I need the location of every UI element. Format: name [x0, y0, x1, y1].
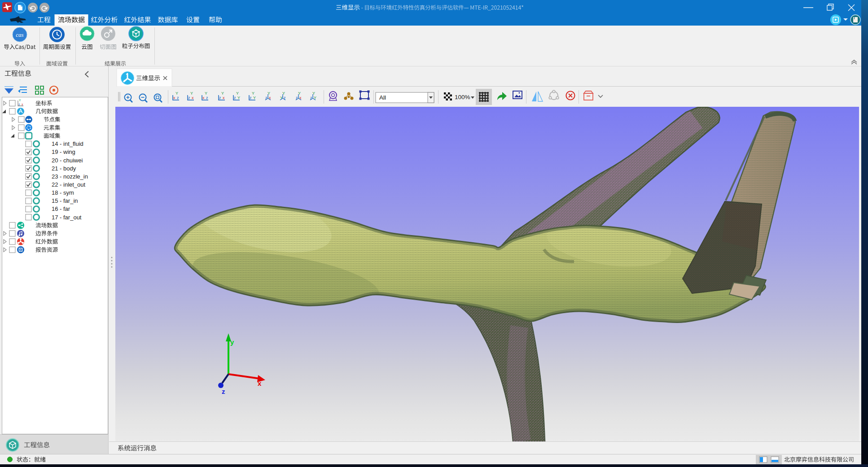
- svg-text:21 - body: 21 - body: [52, 165, 76, 172]
- svg-text:x: x: [202, 96, 205, 100]
- svg-text:Y: Y: [205, 91, 207, 96]
- svg-text:Y: Y: [190, 91, 193, 96]
- svg-text:Y: Y: [237, 96, 240, 100]
- svg-text:y: y: [230, 338, 234, 346]
- svg-text:23 - nozzle_in: 23 - nozzle_in: [52, 173, 88, 180]
- svg-text:15 - far_in: 15 - far_in: [52, 197, 78, 204]
- svg-text:Y: Y: [221, 91, 224, 96]
- svg-text:z: z: [234, 96, 236, 100]
- svg-text:z: z: [222, 388, 225, 395]
- svg-text:Y: Y: [253, 96, 256, 100]
- svg-text:x: x: [258, 380, 262, 387]
- svg-text:16 - far: 16 - far: [52, 205, 70, 212]
- svg-text:cas: cas: [16, 31, 23, 38]
- svg-text:22 - inlet_out: 22 - inlet_out: [52, 181, 86, 188]
- svg-text:Y: Y: [236, 91, 239, 96]
- svg-text:Y: Y: [252, 91, 254, 96]
- svg-text:x: x: [223, 96, 225, 100]
- svg-text:z: z: [250, 96, 252, 100]
- svg-text:17 - far_out: 17 - far_out: [52, 214, 82, 221]
- svg-text:14 - int_fluid: 14 - int_fluid: [52, 140, 83, 147]
- svg-text:x: x: [173, 96, 175, 100]
- svg-text:z: z: [219, 96, 221, 100]
- svg-text:Y: Y: [19, 99, 21, 102]
- svg-text:18 - sym: 18 - sym: [52, 189, 74, 196]
- svg-text:z: z: [188, 96, 190, 100]
- svg-text:All: All: [379, 94, 386, 101]
- svg-text:z: z: [206, 96, 208, 100]
- svg-text:20 - chuiwei: 20 - chuiwei: [52, 157, 83, 164]
- svg-text:Y: Y: [175, 91, 178, 96]
- svg-text:x: x: [22, 103, 23, 106]
- svg-text:z: z: [18, 103, 20, 106]
- svg-text:x: x: [192, 96, 194, 100]
- svg-text:z: z: [177, 96, 179, 100]
- svg-text:100%: 100%: [455, 94, 470, 100]
- svg-text:19 - wing: 19 - wing: [52, 148, 75, 155]
